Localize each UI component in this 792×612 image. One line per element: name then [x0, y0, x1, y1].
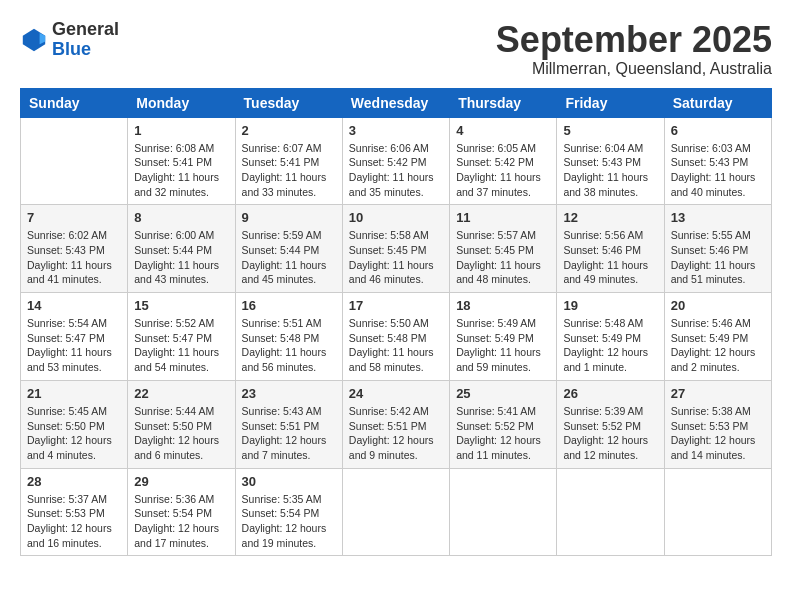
day-info: Sunrise: 5:44 AMSunset: 5:50 PMDaylight:… — [134, 404, 228, 463]
calendar-cell: 6Sunrise: 6:03 AMSunset: 5:43 PMDaylight… — [664, 117, 771, 205]
calendar-week-row: 21Sunrise: 5:45 AMSunset: 5:50 PMDayligh… — [21, 380, 772, 468]
page-header: General Blue September 2025 Millmerran, … — [20, 20, 772, 78]
day-number: 7 — [27, 210, 121, 225]
day-info: Sunrise: 5:38 AMSunset: 5:53 PMDaylight:… — [671, 404, 765, 463]
calendar-cell: 15Sunrise: 5:52 AMSunset: 5:47 PMDayligh… — [128, 293, 235, 381]
calendar-cell: 18Sunrise: 5:49 AMSunset: 5:49 PMDayligh… — [450, 293, 557, 381]
day-info: Sunrise: 5:42 AMSunset: 5:51 PMDaylight:… — [349, 404, 443, 463]
calendar-cell: 9Sunrise: 5:59 AMSunset: 5:44 PMDaylight… — [235, 205, 342, 293]
calendar-cell: 28Sunrise: 5:37 AMSunset: 5:53 PMDayligh… — [21, 468, 128, 556]
day-number: 1 — [134, 123, 228, 138]
logo: General Blue — [20, 20, 119, 60]
weekday-header-thursday: Thursday — [450, 88, 557, 117]
calendar-cell: 14Sunrise: 5:54 AMSunset: 5:47 PMDayligh… — [21, 293, 128, 381]
day-info: Sunrise: 5:35 AMSunset: 5:54 PMDaylight:… — [242, 492, 336, 551]
day-number: 11 — [456, 210, 550, 225]
day-number: 21 — [27, 386, 121, 401]
calendar-cell: 24Sunrise: 5:42 AMSunset: 5:51 PMDayligh… — [342, 380, 449, 468]
calendar-cell: 27Sunrise: 5:38 AMSunset: 5:53 PMDayligh… — [664, 380, 771, 468]
calendar-cell: 25Sunrise: 5:41 AMSunset: 5:52 PMDayligh… — [450, 380, 557, 468]
day-number: 22 — [134, 386, 228, 401]
calendar-cell: 11Sunrise: 5:57 AMSunset: 5:45 PMDayligh… — [450, 205, 557, 293]
day-info: Sunrise: 5:37 AMSunset: 5:53 PMDaylight:… — [27, 492, 121, 551]
calendar-cell: 26Sunrise: 5:39 AMSunset: 5:52 PMDayligh… — [557, 380, 664, 468]
calendar-cell: 10Sunrise: 5:58 AMSunset: 5:45 PMDayligh… — [342, 205, 449, 293]
day-number: 28 — [27, 474, 121, 489]
title-block: September 2025 Millmerran, Queensland, A… — [496, 20, 772, 78]
day-number: 18 — [456, 298, 550, 313]
calendar-cell: 3Sunrise: 6:06 AMSunset: 5:42 PMDaylight… — [342, 117, 449, 205]
day-info: Sunrise: 5:59 AMSunset: 5:44 PMDaylight:… — [242, 228, 336, 287]
day-number: 24 — [349, 386, 443, 401]
day-info: Sunrise: 6:05 AMSunset: 5:42 PMDaylight:… — [456, 141, 550, 200]
day-number: 20 — [671, 298, 765, 313]
day-number: 6 — [671, 123, 765, 138]
day-info: Sunrise: 5:36 AMSunset: 5:54 PMDaylight:… — [134, 492, 228, 551]
day-number: 8 — [134, 210, 228, 225]
day-info: Sunrise: 5:39 AMSunset: 5:52 PMDaylight:… — [563, 404, 657, 463]
calendar-cell — [450, 468, 557, 556]
day-info: Sunrise: 6:07 AMSunset: 5:41 PMDaylight:… — [242, 141, 336, 200]
day-info: Sunrise: 5:54 AMSunset: 5:47 PMDaylight:… — [27, 316, 121, 375]
calendar-week-row: 1Sunrise: 6:08 AMSunset: 5:41 PMDaylight… — [21, 117, 772, 205]
weekday-header-wednesday: Wednesday — [342, 88, 449, 117]
calendar-cell: 12Sunrise: 5:56 AMSunset: 5:46 PMDayligh… — [557, 205, 664, 293]
calendar-week-row: 14Sunrise: 5:54 AMSunset: 5:47 PMDayligh… — [21, 293, 772, 381]
day-number: 17 — [349, 298, 443, 313]
calendar-cell: 8Sunrise: 6:00 AMSunset: 5:44 PMDaylight… — [128, 205, 235, 293]
calendar-cell: 20Sunrise: 5:46 AMSunset: 5:49 PMDayligh… — [664, 293, 771, 381]
weekday-header-monday: Monday — [128, 88, 235, 117]
calendar-header-row: SundayMondayTuesdayWednesdayThursdayFrid… — [21, 88, 772, 117]
day-number: 4 — [456, 123, 550, 138]
day-number: 23 — [242, 386, 336, 401]
day-number: 5 — [563, 123, 657, 138]
calendar-cell: 30Sunrise: 5:35 AMSunset: 5:54 PMDayligh… — [235, 468, 342, 556]
day-number: 19 — [563, 298, 657, 313]
month-title: September 2025 — [496, 20, 772, 60]
day-number: 30 — [242, 474, 336, 489]
calendar-cell: 23Sunrise: 5:43 AMSunset: 5:51 PMDayligh… — [235, 380, 342, 468]
day-number: 9 — [242, 210, 336, 225]
day-info: Sunrise: 5:51 AMSunset: 5:48 PMDaylight:… — [242, 316, 336, 375]
calendar-cell: 1Sunrise: 6:08 AMSunset: 5:41 PMDaylight… — [128, 117, 235, 205]
location-subtitle: Millmerran, Queensland, Australia — [496, 60, 772, 78]
day-number: 27 — [671, 386, 765, 401]
day-info: Sunrise: 5:56 AMSunset: 5:46 PMDaylight:… — [563, 228, 657, 287]
calendar-cell: 21Sunrise: 5:45 AMSunset: 5:50 PMDayligh… — [21, 380, 128, 468]
day-info: Sunrise: 6:03 AMSunset: 5:43 PMDaylight:… — [671, 141, 765, 200]
calendar-cell — [342, 468, 449, 556]
day-number: 2 — [242, 123, 336, 138]
day-info: Sunrise: 5:45 AMSunset: 5:50 PMDaylight:… — [27, 404, 121, 463]
day-info: Sunrise: 5:55 AMSunset: 5:46 PMDaylight:… — [671, 228, 765, 287]
day-info: Sunrise: 5:48 AMSunset: 5:49 PMDaylight:… — [563, 316, 657, 375]
calendar-cell: 17Sunrise: 5:50 AMSunset: 5:48 PMDayligh… — [342, 293, 449, 381]
day-info: Sunrise: 6:08 AMSunset: 5:41 PMDaylight:… — [134, 141, 228, 200]
day-info: Sunrise: 5:57 AMSunset: 5:45 PMDaylight:… — [456, 228, 550, 287]
calendar-cell — [21, 117, 128, 205]
day-number: 29 — [134, 474, 228, 489]
day-number: 3 — [349, 123, 443, 138]
calendar-cell: 29Sunrise: 5:36 AMSunset: 5:54 PMDayligh… — [128, 468, 235, 556]
day-info: Sunrise: 6:00 AMSunset: 5:44 PMDaylight:… — [134, 228, 228, 287]
calendar-cell: 4Sunrise: 6:05 AMSunset: 5:42 PMDaylight… — [450, 117, 557, 205]
day-info: Sunrise: 6:06 AMSunset: 5:42 PMDaylight:… — [349, 141, 443, 200]
calendar-week-row: 28Sunrise: 5:37 AMSunset: 5:53 PMDayligh… — [21, 468, 772, 556]
day-info: Sunrise: 5:43 AMSunset: 5:51 PMDaylight:… — [242, 404, 336, 463]
day-info: Sunrise: 5:52 AMSunset: 5:47 PMDaylight:… — [134, 316, 228, 375]
logo-general-text: General — [52, 19, 119, 39]
weekday-header-saturday: Saturday — [664, 88, 771, 117]
day-number: 16 — [242, 298, 336, 313]
day-number: 26 — [563, 386, 657, 401]
day-info: Sunrise: 6:02 AMSunset: 5:43 PMDaylight:… — [27, 228, 121, 287]
calendar-cell — [664, 468, 771, 556]
day-info: Sunrise: 5:41 AMSunset: 5:52 PMDaylight:… — [456, 404, 550, 463]
weekday-header-sunday: Sunday — [21, 88, 128, 117]
calendar-cell: 22Sunrise: 5:44 AMSunset: 5:50 PMDayligh… — [128, 380, 235, 468]
day-info: Sunrise: 5:50 AMSunset: 5:48 PMDaylight:… — [349, 316, 443, 375]
day-info: Sunrise: 5:49 AMSunset: 5:49 PMDaylight:… — [456, 316, 550, 375]
calendar-cell: 2Sunrise: 6:07 AMSunset: 5:41 PMDaylight… — [235, 117, 342, 205]
day-number: 12 — [563, 210, 657, 225]
calendar-cell: 7Sunrise: 6:02 AMSunset: 5:43 PMDaylight… — [21, 205, 128, 293]
day-number: 10 — [349, 210, 443, 225]
weekday-header-friday: Friday — [557, 88, 664, 117]
